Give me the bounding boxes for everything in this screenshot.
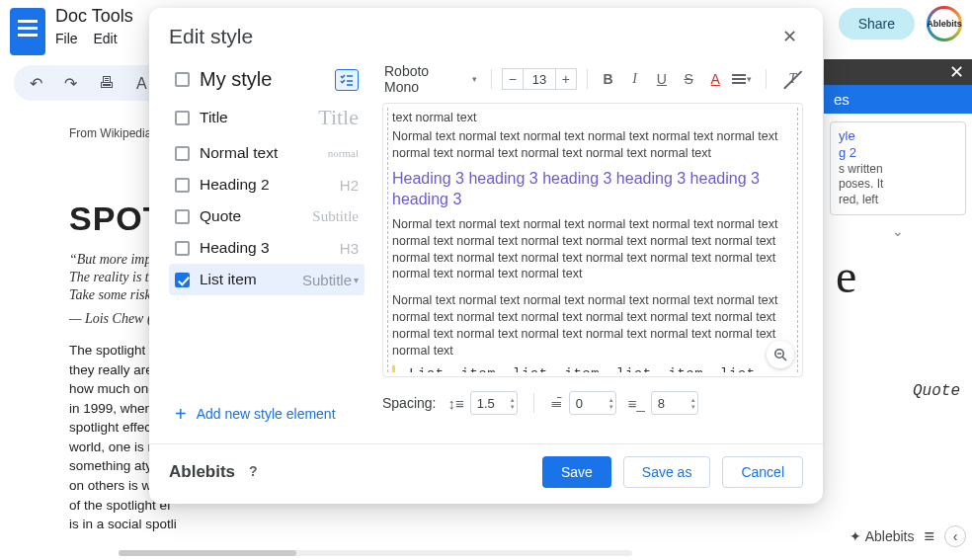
separator	[766, 69, 767, 89]
brand-icon: ✦	[850, 528, 861, 544]
document-title[interactable]: Doc Tools	[55, 6, 133, 27]
close-icon[interactable]: ✕	[949, 61, 964, 83]
style-preview-label: normal	[328, 147, 359, 159]
font-family-select[interactable]: Roboto Mono	[382, 61, 466, 97]
increase-size-button[interactable]: +	[555, 68, 577, 90]
modal-title: Edit style	[169, 25, 253, 48]
style-row-title[interactable]: Title Title	[169, 98, 364, 137]
space-before-input[interactable]: 0 ▴▾	[569, 391, 616, 415]
modal-body: My style Title Title Normal text normal	[169, 61, 803, 428]
space-before-value: 0	[576, 396, 583, 411]
save-button[interactable]: Save	[542, 456, 611, 488]
stepper-arrows-icon[interactable]: ▴▾	[609, 396, 613, 410]
menu-file[interactable]: File	[55, 31, 78, 46]
style-editor: Roboto Mono ▾ − + B I U S A	[382, 61, 803, 428]
underline-button[interactable]: U	[651, 71, 672, 87]
style-name: Title	[200, 109, 228, 126]
checkbox-icon[interactable]	[175, 178, 190, 193]
horizontal-scrollbar[interactable]	[119, 550, 632, 556]
preview-glyph: e	[824, 249, 972, 303]
print-icon[interactable]: 🖶	[99, 74, 115, 92]
style-row-mystyle[interactable]: My style	[169, 61, 364, 98]
avatar[interactable]: Ablebits	[927, 6, 962, 41]
decrease-size-button[interactable]: −	[502, 68, 524, 90]
space-after-input[interactable]: 8 ▴▾	[651, 391, 698, 415]
brand-label: Ablebits	[169, 462, 235, 482]
brand-label: Ablebits	[865, 528, 915, 544]
menu-edit[interactable]: Edit	[93, 31, 117, 46]
app-bar-right: Share Ablebits	[839, 6, 962, 41]
style-preview-label: H2	[340, 177, 359, 194]
docs-logo-icon[interactable]	[10, 8, 45, 55]
style-row-list-item[interactable]: List item Subtitle ▾	[169, 264, 364, 295]
line-spacing-input[interactable]: 1.5 ▴▾	[470, 391, 518, 415]
add-style-label: Add new style element	[197, 406, 336, 422]
preview-heading-3: Heading 3 heading 3 heading 3 heading 3 …	[392, 168, 793, 210]
checklist-icon[interactable]	[335, 69, 359, 91]
spacing-label: Spacing:	[382, 395, 436, 411]
checkbox-icon[interactable]	[175, 111, 190, 125]
right-panel-header: ✕	[824, 59, 972, 85]
style-preview-label: Subtitle	[312, 208, 359, 225]
checkbox-icon[interactable]	[175, 72, 190, 87]
modal-footer: Ablebits ? Save Save as Cancel	[169, 456, 803, 488]
strikethrough-button[interactable]: S	[678, 71, 698, 87]
card-title-line: yle	[839, 128, 957, 145]
font-size-input[interactable]	[524, 68, 555, 90]
collapse-panel-button[interactable]: ‹	[944, 525, 966, 547]
redo-icon[interactable]: ↷	[64, 74, 77, 93]
line-spacing-icon: ↕≡	[447, 395, 463, 412]
dropdown-icon[interactable]: ▾	[472, 74, 477, 84]
modal-close-button[interactable]: ✕	[776, 22, 803, 51]
checkbox-icon[interactable]	[175, 273, 190, 287]
share-button[interactable]: Share	[839, 8, 915, 40]
space-before-group: ≡̄ 0 ▴▾	[550, 391, 616, 415]
align-button[interactable]: ▾	[732, 74, 756, 84]
card-desc-line: poses. It	[839, 177, 957, 193]
style-row-normal-text[interactable]: Normal text normal	[169, 137, 364, 169]
font-size-stepper: − +	[502, 68, 577, 90]
right-panel-tab[interactable]: es	[824, 85, 972, 114]
space-after-group: ≡_ 8 ▴▾	[628, 391, 698, 415]
help-button[interactable]: ?	[249, 463, 267, 481]
card-title-line: g 2	[839, 145, 957, 162]
stepper-arrows-icon[interactable]: ▴▾	[511, 396, 515, 410]
style-name: Quote	[200, 207, 241, 225]
cancel-button[interactable]: Cancel	[722, 456, 803, 488]
style-preview-content[interactable]: text normal text Normal text normal text…	[387, 108, 798, 372]
style-preview-label: Title	[318, 105, 359, 130]
preview-list-item: List item list item list item list item …	[392, 365, 793, 372]
italic-button[interactable]: I	[624, 71, 645, 87]
style-name: My style	[200, 68, 272, 91]
brand-mini[interactable]: ✦ Ablebits	[850, 528, 915, 544]
style-row-heading-3[interactable]: Heading 3 H3	[169, 232, 364, 264]
style-preview-pane: text normal text Normal text normal text…	[382, 103, 803, 377]
checkbox-icon[interactable]	[175, 209, 190, 224]
undo-icon[interactable]: ↶	[30, 74, 42, 93]
style-row-quote[interactable]: Quote Subtitle	[169, 200, 364, 232]
checkbox-icon[interactable]	[175, 241, 190, 256]
card-desc-line: s written	[839, 162, 957, 178]
bold-button[interactable]: B	[598, 71, 618, 87]
save-as-button[interactable]: Save as	[623, 456, 711, 488]
menu-icon[interactable]: ≡	[924, 526, 934, 547]
dropdown-icon: ▾	[747, 74, 752, 84]
dropdown-icon[interactable]: ▾	[354, 275, 359, 285]
clear-formatting-button[interactable]: T	[782, 71, 803, 87]
preview-paragraph: Normal text normal text normal text norm…	[392, 292, 793, 360]
stepper-arrows-icon[interactable]: ▴▾	[691, 396, 695, 410]
chevron-down-icon[interactable]: ⌄	[824, 223, 972, 239]
modal-header: Edit style ✕	[169, 22, 803, 51]
add-style-element-button[interactable]: + Add new style element	[169, 394, 364, 428]
preview-paragraph: Normal text normal text normal text norm…	[392, 128, 793, 162]
right-panel-card[interactable]: yle g 2 s written poses. It red, left	[830, 121, 966, 215]
zoom-button[interactable]	[767, 341, 794, 368]
style-list: My style Title Title Normal text normal	[169, 61, 364, 428]
text-color-button[interactable]: A	[705, 71, 726, 87]
style-preview-text: Subtitle	[302, 272, 352, 288]
checkbox-icon[interactable]	[175, 146, 190, 161]
style-preview-label[interactable]: Subtitle ▾	[302, 272, 359, 288]
style-row-heading-2[interactable]: Heading 2 H2	[169, 169, 364, 200]
line-spacing-value: 1.5	[477, 396, 495, 411]
space-after-value: 8	[658, 396, 665, 411]
